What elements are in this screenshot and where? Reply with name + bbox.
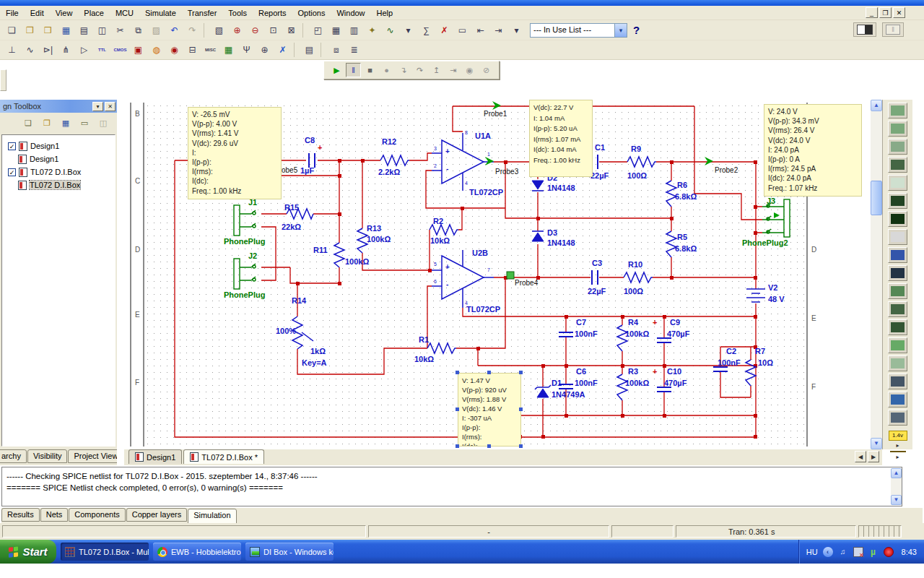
postprocessor-button[interactable]: ∑	[418, 22, 435, 38]
menu-item[interactable]: Window	[331, 7, 370, 20]
save-button[interactable]: ▦	[58, 22, 74, 38]
component-value-j1[interactable]: PhonePlug	[224, 237, 265, 246]
menu-item[interactable]: MCU	[110, 7, 139, 20]
capacitor-c7-symbol[interactable]	[559, 332, 573, 337]
place-cmos-button[interactable]: CMOS	[112, 42, 128, 58]
probe1-arrow-icon[interactable]	[492, 101, 501, 110]
component-value-r4[interactable]: 100kΩ	[625, 329, 649, 338]
zener-d1-symbol[interactable]	[535, 385, 551, 397]
component-value-d1[interactable]: 1N4749A	[552, 390, 585, 399]
resistor-r2-symbol[interactable]	[430, 225, 458, 235]
component-value-r9[interactable]: 100Ω	[627, 171, 647, 180]
menu-item[interactable]: Help	[371, 7, 399, 20]
probe2-arrow-icon[interactable]	[705, 157, 713, 165]
menu-item[interactable]: File	[0, 7, 25, 20]
diode-d3-symbol[interactable]	[532, 231, 544, 241]
diode-d2-symbol[interactable]	[532, 181, 544, 191]
resistor-r10-symbol[interactable]	[624, 272, 653, 282]
component-label-c10[interactable]: C10	[667, 367, 681, 376]
place-diode-button[interactable]: ⊳|	[40, 42, 56, 58]
zoom-area-button[interactable]: ⊡	[265, 22, 282, 38]
component-label-c7[interactable]: C7	[576, 318, 586, 327]
forward-annotate-button[interactable]: ⇥	[490, 22, 507, 38]
probe2-label[interactable]: Probe2	[715, 166, 738, 174]
zoom-fit-button[interactable]: ⊠	[283, 22, 300, 38]
scroll-up-icon[interactable]: ▲	[891, 468, 902, 478]
wattmeter-icon[interactable]	[888, 139, 907, 155]
menu-item[interactable]: View	[50, 7, 79, 20]
word-generator-icon[interactable]	[888, 229, 907, 245]
phoneplug-j1-symbol[interactable]	[234, 205, 256, 236]
component-label-r10[interactable]: R10	[628, 260, 642, 269]
measurement-probe-icon[interactable]: 1.4v	[889, 431, 907, 441]
component-value-d2[interactable]: 1N4148	[547, 184, 575, 192]
place-mcu-button[interactable]: ▤	[301, 42, 318, 58]
selection-handle[interactable]	[519, 371, 523, 374]
breakpoint-pause-button[interactable]: ◉	[462, 63, 477, 77]
selection-handle[interactable]	[456, 371, 459, 374]
place-basic-button[interactable]: ∿	[22, 42, 38, 58]
more-dropdown-button[interactable]: ▾	[508, 22, 525, 38]
component-label-r6[interactable]: R6	[677, 181, 687, 189]
component-value-c7[interactable]: 100nF	[575, 329, 598, 338]
selection-handle[interactable]	[519, 444, 523, 448]
capacitor-c10-symbol[interactable]	[657, 387, 671, 392]
place-bus-button[interactable]: ≣	[346, 42, 362, 58]
security-shield-icon[interactable]	[884, 547, 894, 557]
spreadsheet-view[interactable]: ------ Checking SPICE netlist for TL072 …	[1, 467, 902, 506]
panel-close-icon[interactable]: ✕	[105, 102, 116, 111]
restore-button[interactable]: ❐	[879, 7, 892, 18]
network-analyzer-icon[interactable]	[888, 337, 907, 353]
run-button[interactable]: ▶	[329, 63, 344, 77]
place-indicator-button[interactable]: ◉	[166, 42, 183, 58]
tab-visibility[interactable]: Visibility	[27, 449, 68, 463]
stop-button[interactable]: ■	[362, 63, 378, 77]
component-value-d3[interactable]: 1N4148	[547, 238, 575, 247]
frequency-counter-icon[interactable]	[888, 211, 907, 227]
resistor-r7-symbol[interactable]	[746, 360, 756, 386]
undo-button[interactable]: ↶	[166, 22, 183, 38]
component-label-c8[interactable]: C8	[305, 136, 315, 144]
component-value-j2[interactable]: PhonePlug	[224, 290, 265, 299]
design-toolbox-titlebar[interactable]: gn Toolbox ▾ ✕	[0, 100, 117, 113]
probe1-label[interactable]: Probe1	[484, 110, 507, 118]
component-value-r11[interactable]: 100kΩ	[345, 257, 369, 266]
component-label-r13[interactable]: R13	[367, 224, 381, 233]
place-power-button[interactable]: ⊟	[184, 42, 201, 58]
tab-hierarchy[interactable]: archy	[0, 449, 27, 463]
opamp-u2b-symbol[interactable]	[432, 250, 494, 308]
step-into-button[interactable]: ↴	[396, 63, 411, 77]
tab-scroll-left-icon[interactable]: ◀	[855, 451, 866, 462]
menu-item[interactable]: Edit	[25, 7, 50, 20]
scroll-down-icon[interactable]: ▼	[891, 495, 902, 505]
tab-results[interactable]: Results	[1, 508, 40, 522]
component-label-r3[interactable]: R3	[628, 367, 638, 376]
selection-handle[interactable]	[487, 371, 491, 374]
dtb-save-button[interactable]: ▦	[58, 116, 73, 130]
panel-minimize-icon[interactable]: ▾	[92, 102, 103, 111]
print-button[interactable]: ▤	[76, 22, 92, 38]
zoom-in-button[interactable]: ⊕	[229, 22, 245, 38]
open-file-button[interactable]: ❐	[22, 22, 38, 38]
resistor-r1-symbol[interactable]	[427, 343, 456, 353]
component-label-r14[interactable]: R14	[292, 296, 306, 305]
taskbar-task-browser[interactable]: EWB - Hobbielektroni...	[153, 543, 241, 561]
component-label-r4[interactable]: R4	[628, 318, 638, 327]
capacitor-c1-symbol[interactable]	[592, 155, 598, 169]
tektronix-oscilloscope-icon[interactable]	[888, 410, 907, 426]
component-value-r7[interactable]: 10Ω	[758, 358, 773, 367]
dtb-close-button[interactable]: ▭	[77, 116, 92, 130]
scroll-up-icon[interactable]: ▲	[871, 100, 882, 111]
step-over-button[interactable]: ↷	[412, 63, 427, 77]
component-label-j3[interactable]: J3	[767, 197, 775, 205]
print-preview-button[interactable]: ◫	[94, 22, 110, 38]
menu-item[interactable]: Transfer	[182, 7, 223, 20]
component-label-u1a[interactable]: U1A	[475, 131, 491, 140]
new-file-button[interactable]: ❏	[4, 22, 20, 38]
capacitor-c2-symbol[interactable]	[713, 367, 728, 371]
resistor-r9-symbol[interactable]	[627, 157, 656, 167]
taskbar-task-multisim[interactable]: TL072 D.I.Box - Multi...	[61, 543, 149, 561]
copy-button[interactable]: ⧉	[130, 22, 147, 38]
utorrent-icon[interactable]: µ	[868, 547, 879, 557]
component-label-c3[interactable]: C3	[592, 259, 602, 267]
